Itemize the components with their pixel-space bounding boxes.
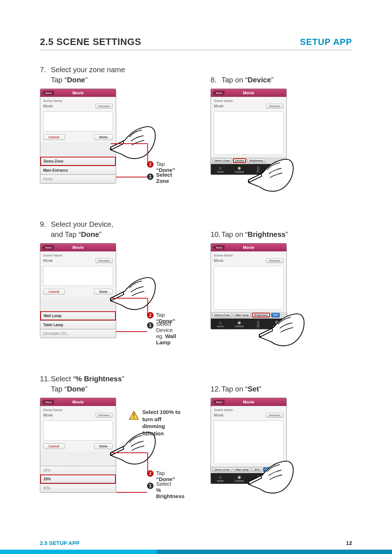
- callout-bullet-2: 2: [147, 470, 154, 477]
- tab-camera[interactable]: ◉Camera: [230, 164, 249, 175]
- back-button[interactable]: Back: [42, 91, 54, 95]
- mock-phone-step11: Back Movie Scene Name: Movie Rename Canc…: [40, 398, 116, 493]
- callout-select-pct: Select% Brightness: [156, 481, 184, 499]
- back-button[interactable]: Back: [42, 245, 54, 250]
- scene-name-label: Scene Name:: [43, 99, 113, 103]
- callout-line: [111, 143, 147, 144]
- picker-30pct[interactable]: 30%: [40, 484, 116, 492]
- tab-home[interactable]: ⌂Home: [211, 319, 230, 329]
- step-9-text: 9.Select your Device, and Tap “Done”: [40, 219, 181, 239]
- app-title: SETUP APP: [300, 37, 352, 47]
- screen-title: Movie: [72, 91, 83, 95]
- mock-phone-step9: Back Movie Scene Name: Movie Rename Canc…: [40, 243, 116, 338]
- picker-zone-main[interactable]: Main Entrance: [40, 166, 116, 175]
- back-button[interactable]: Back: [42, 400, 54, 405]
- camera-icon: ◉: [230, 165, 249, 171]
- picker-zone-demo[interactable]: Demo Zone: [40, 157, 116, 166]
- mock-phone-step7: Back Movie Scene Name: Movie Rename Canc…: [40, 89, 116, 184]
- picker-device-wall[interactable]: Wall Lamp: [40, 311, 116, 320]
- callout-bullet-2: 2: [147, 312, 154, 319]
- back-button[interactable]: Back: [212, 91, 225, 95]
- callout-bullet-1: 1: [147, 483, 154, 489]
- crumb-demo-zone[interactable]: Demo Zone: [212, 313, 232, 317]
- crumb-demo-zone[interactable]: Demo Zone: [212, 158, 232, 163]
- picker-10pct[interactable]: 10%: [40, 466, 116, 475]
- picker-20pct[interactable]: 20%: [40, 475, 116, 484]
- rename-button[interactable]: Rename: [95, 258, 113, 263]
- tab-camera[interactable]: ◉Camera: [230, 473, 249, 484]
- rename-button[interactable]: Rename: [266, 413, 283, 418]
- callout-bullet-1: 1: [147, 173, 154, 180]
- callout-bullet-1: 1: [147, 322, 154, 329]
- picker-zone-home[interactable]: Home: [40, 175, 116, 183]
- footer-section: 2.5 SETUP APP: [40, 540, 79, 546]
- rename-button[interactable]: Rename: [95, 413, 113, 418]
- callout-select-device: Select Device eg. Wall Lamp: [156, 321, 181, 345]
- hand-icon: [247, 147, 294, 202]
- tab-camera[interactable]: ◉Camera: [230, 319, 249, 329]
- home-icon: ⌂: [211, 165, 230, 171]
- step-12-text: 12.Tap on “Set”: [211, 384, 352, 394]
- page-header: 2.5 SCENE SETTINGS SETUP APP: [40, 36, 352, 50]
- cancel-button[interactable]: Cancel: [43, 289, 65, 295]
- rename-button[interactable]: Rename: [266, 104, 283, 108]
- picker-device-cfl[interactable]: Dimmable CFL: [40, 329, 116, 338]
- hand-icon: [258, 301, 305, 357]
- callout-tap-done: Tap “Done”: [156, 161, 181, 173]
- warning-icon: [129, 410, 139, 422]
- step-11-text: 11.Select “% Brightness” Tap “Done”: [40, 374, 181, 394]
- step-7-text: 7.Select your zone name Tap “Done”: [40, 65, 181, 85]
- hand-icon: [247, 448, 294, 504]
- cancel-button[interactable]: Cancel: [43, 134, 65, 140]
- back-button[interactable]: Back: [212, 400, 225, 405]
- rename-button[interactable]: Rename: [266, 258, 283, 263]
- step-8-text: 8.Tap on “Device”: [211, 75, 352, 85]
- callout-select-zone: SelectZone: [156, 172, 172, 184]
- crumb-device[interactable]: Device: [233, 158, 246, 163]
- warning-text: Select 100% to turn offdimming function: [142, 409, 181, 437]
- rename-button[interactable]: Rename: [95, 104, 113, 108]
- callout-line: [116, 177, 147, 177]
- empty-list: [43, 111, 113, 131]
- step-10-text: 10.Tap on “Brightness”: [211, 229, 352, 239]
- callout-line: [147, 143, 148, 164]
- back-button[interactable]: Back: [212, 245, 225, 250]
- footer-page: 12: [346, 540, 352, 546]
- crumb-demo-zone[interactable]: Demo Zone: [212, 467, 232, 472]
- page-footer: 2.5 SETUP APP 12: [0, 541, 392, 554]
- section-title: 2.5 SCENE SETTINGS: [40, 36, 141, 48]
- crumb-wall-lamp[interactable]: Wall Lamp: [233, 313, 251, 317]
- screen-title: Movie: [243, 91, 254, 95]
- tab-home[interactable]: ⌂Home: [211, 164, 230, 175]
- tab-home[interactable]: ⌂Home: [211, 473, 230, 484]
- scene-name-value: Movie: [43, 104, 53, 108]
- cancel-button[interactable]: Cancel: [43, 443, 65, 449]
- picker-device-table[interactable]: Table Lamp: [40, 320, 116, 329]
